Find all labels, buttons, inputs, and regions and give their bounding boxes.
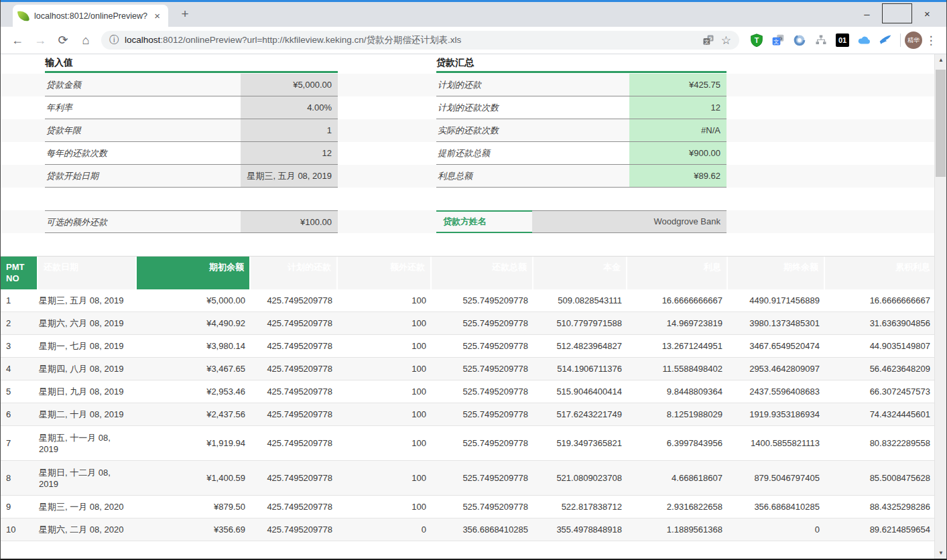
table-row: 贷款年限1 [45, 119, 338, 142]
lender-row: 贷款方姓名 Woodgrove Bank [436, 210, 727, 233]
table-row: 4星期四, 八月 08, 2019¥3,467.65425.7495209778… [1, 358, 936, 380]
cell: 512.4823964827 [533, 335, 627, 357]
sitemap-extension-icon[interactable] [812, 31, 830, 49]
row-label: 计划的还款 [436, 74, 629, 96]
cell: ¥879.50 [137, 496, 251, 518]
scrollbar-thumb[interactable] [936, 70, 946, 177]
browser-tab[interactable]: localhost:8012/onlinePreview? × [13, 5, 168, 27]
cell: 100 [338, 335, 432, 357]
cell: 星期三, 一月 08, 2020 [38, 496, 137, 518]
cell: 517.6243221749 [533, 403, 627, 425]
cell: 514.1906711376 [533, 358, 627, 380]
input-section-underline [45, 71, 338, 73]
badge-01-label: 01 [836, 33, 849, 47]
summary-section-title: 贷款汇总 [436, 57, 474, 69]
cell: 100 [338, 426, 432, 460]
cell: 13.2671244951 [627, 335, 728, 357]
translate-page-icon[interactable]: G文 [702, 34, 714, 46]
header-cell: 还款日期 [38, 257, 137, 289]
cell: 356.6868410285 [728, 496, 825, 518]
bookmark-star-icon[interactable]: ☆ [721, 33, 731, 48]
cell: 星期六, 二月 08, 2020 [38, 518, 137, 541]
svg-text:T: T [755, 36, 759, 44]
preview-content: 输入值 贷款金额¥5,000.00年利率4.00%贷款年限1每年的还款次数12贷… [1, 54, 946, 559]
cell: 3467.6549520474 [728, 335, 825, 357]
table-row: 8星期日, 十二月 08, 2019¥1,400.59425.749520977… [1, 461, 936, 496]
cell: 100 [338, 380, 432, 403]
address-bar[interactable]: ⓘ localhost:8012/onlinePreview?url=http:… [101, 31, 739, 50]
cell: 356.6868410285 [432, 518, 533, 541]
profile-avatar[interactable]: 精华 [905, 31, 922, 49]
summary-section-underline [436, 71, 727, 73]
row-value: 4.00% [241, 96, 338, 119]
close-button[interactable]: × [912, 3, 942, 23]
table-row: 10星期六, 二月 08, 2020¥356.69425.74952097780… [1, 518, 936, 541]
home-button[interactable]: ⌂ [76, 30, 96, 50]
cell: 4 [1, 358, 38, 380]
row-label: 每年的还款次数 [45, 142, 241, 164]
scroll-up-icon[interactable]: ▲ [935, 54, 946, 66]
vertical-scrollbar[interactable]: ▲ ▼ [934, 54, 946, 559]
cell: 11.5588498402 [627, 358, 728, 380]
cell: 星期二, 十月 08, 2019 [38, 403, 137, 425]
cell: 425.7495209778 [251, 289, 338, 311]
scroll-down-icon[interactable]: ▼ [935, 547, 946, 559]
cell: 66.3072457573 [825, 380, 936, 403]
cell: 0 [338, 518, 432, 541]
cell: 425.7495209778 [251, 403, 338, 425]
tab-close-icon[interactable]: × [151, 10, 163, 21]
table-row: 提前还款总额¥900.00 [436, 142, 727, 165]
lender-name-label: 贷款方姓名 [436, 210, 532, 233]
cell: 8.1251988029 [627, 403, 728, 425]
cell: 56.4623648209 [825, 358, 936, 380]
shield-extension-icon[interactable]: T [748, 31, 765, 49]
cell: 425.7495209778 [251, 380, 338, 403]
site-info-icon[interactable]: ⓘ [109, 34, 119, 46]
cell: 14.969723819 [627, 312, 728, 334]
row-label: 年利率 [45, 96, 241, 119]
cell: 16.6666666667 [825, 289, 936, 311]
forward-button[interactable]: → [30, 30, 50, 50]
input-section-title: 输入值 [45, 57, 73, 69]
cell: 525.7495209778 [432, 496, 533, 518]
maximize-button[interactable] [882, 3, 912, 23]
input-rows: 贷款金额¥5,000.00年利率4.00%贷款年限1每年的还款次数12贷款开始日… [45, 74, 338, 188]
row-value: ¥89.62 [629, 165, 727, 187]
cell: 525.7495209778 [432, 426, 533, 460]
translate-extension-icon[interactable]: G文 [769, 31, 787, 49]
cell: 425.7495209778 [251, 335, 338, 357]
browser-menu-icon[interactable]: ⋮ [922, 33, 940, 48]
swirl-extension-icon[interactable] [791, 31, 808, 49]
cell: ¥1,919.94 [137, 426, 251, 460]
cell: ¥3,467.65 [137, 358, 251, 380]
table-row: 每年的还款次数12 [45, 142, 338, 165]
cell: 519.3497365821 [533, 426, 627, 460]
row-value: ¥5,000.00 [241, 74, 338, 96]
row-label: 计划的还款次数 [436, 96, 629, 119]
cell: 85.5008475628 [825, 461, 936, 495]
back-button[interactable]: ← [7, 30, 27, 50]
cell: 1 [1, 289, 38, 311]
minimize-button[interactable]: – [852, 3, 882, 23]
table-row: 9星期三, 一月 08, 2020¥879.50425.749520977810… [1, 496, 936, 518]
cell: 425.7495209778 [251, 426, 338, 460]
new-tab-button[interactable]: + [176, 6, 194, 23]
cell: 509.0828543111 [533, 289, 627, 311]
bird-extension-icon[interactable] [877, 31, 894, 49]
cell: 100 [338, 358, 432, 380]
table-row: 年利率4.00% [45, 96, 338, 119]
table-row: 实际的还款次数#N/A [436, 119, 727, 142]
cloud-extension-icon[interactable] [855, 31, 873, 49]
01-badge-extension-icon[interactable]: 01 [834, 31, 851, 49]
cell: 1400.5855821113 [728, 426, 825, 460]
row-value: ¥900.00 [629, 142, 727, 164]
cell: 100 [338, 461, 432, 495]
table-row: 利息总额¥89.62 [436, 165, 727, 188]
browser-window: localhost:8012/onlinePreview? × + – × ← … [0, 0, 947, 560]
cell: 6.3997843956 [627, 426, 728, 460]
cell: 74.4324445601 [825, 403, 936, 425]
cell: 425.7495209778 [251, 518, 338, 541]
amortization-table: PMT NO还款日期期初余额计划的还款额外还款还款总额本金利息期终余额累积利息 … [1, 256, 936, 541]
reload-button[interactable]: ⟳ [53, 30, 73, 50]
cell: 88.4325298286 [825, 496, 936, 518]
